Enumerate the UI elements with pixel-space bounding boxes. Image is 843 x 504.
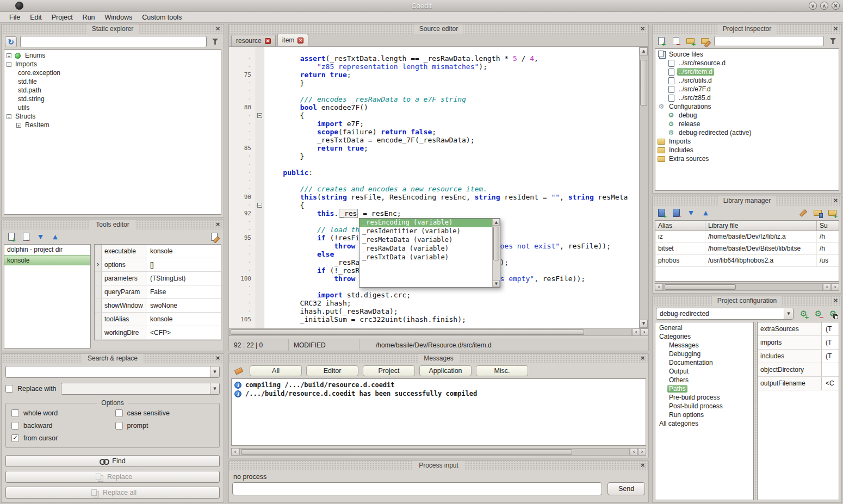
close-button[interactable] xyxy=(832,2,840,10)
lib-folder-add-icon[interactable] xyxy=(827,208,838,218)
tree-item[interactable]: release xyxy=(655,120,839,128)
tree-item[interactable]: General xyxy=(655,323,753,332)
tree-item[interactable]: debug-redirected (active) xyxy=(655,128,839,137)
panel-header[interactable]: Library manager xyxy=(653,196,841,206)
message-row[interactable]: compiling /.../build/resource.d.coedit xyxy=(234,381,643,389)
tree-item[interactable]: utils xyxy=(4,103,221,112)
move-up-icon[interactable] xyxy=(50,232,60,242)
property-row[interactable]: executablekonsole xyxy=(95,245,221,258)
option-from-cursor[interactable]: from cursor xyxy=(11,434,115,442)
chevron-down-icon[interactable] xyxy=(210,383,219,394)
library-horizontal-scrollbar[interactable] xyxy=(655,283,839,291)
tree-item[interactable]: All categories xyxy=(655,419,753,428)
symbol-search-input[interactable] xyxy=(20,36,207,47)
scrollbar-thumb[interactable] xyxy=(493,227,499,260)
property-row[interactable]: toolAliaskonsole xyxy=(95,313,221,326)
checkbox[interactable] xyxy=(11,409,19,417)
tree-item[interactable]: Pre-build process xyxy=(655,393,753,402)
property-row[interactable]: extraSources(T xyxy=(758,322,839,336)
maximize-button[interactable] xyxy=(820,2,828,10)
panel-header[interactable]: Process input xyxy=(229,461,648,470)
tree-item[interactable]: core.exception xyxy=(4,69,221,77)
property-value[interactable]: konsole xyxy=(146,245,221,258)
property-row[interactable]: workingDire<CFP> xyxy=(95,326,221,340)
message-row[interactable]: /.../build/resource.d.coedit has been su… xyxy=(234,389,643,398)
popup-scrollbar[interactable] xyxy=(492,219,500,287)
tree-item[interactable]: Paths xyxy=(655,384,753,393)
minimize-button[interactable] xyxy=(809,2,817,10)
table-row[interactable]: phobos/usr/lib64/libphobos2.a/us xyxy=(655,255,839,267)
tree-item[interactable]: Enums xyxy=(4,51,221,60)
scrollbar-thumb[interactable] xyxy=(665,284,736,290)
replace-with-combo[interactable] xyxy=(61,383,220,395)
scroll-left-icon[interactable] xyxy=(632,328,640,336)
folder-edit-icon[interactable] xyxy=(700,36,710,46)
doc-edit-icon[interactable] xyxy=(209,232,219,242)
replace-button[interactable]: Replace xyxy=(5,471,220,483)
expand-icon[interactable] xyxy=(16,123,21,128)
scroll-up-icon[interactable] xyxy=(493,219,500,226)
panel-close-icon[interactable] xyxy=(639,462,646,469)
completion-item[interactable]: _resRawData (variable) xyxy=(359,245,492,253)
panel-header[interactable]: Project configuration xyxy=(653,296,841,306)
tree-item[interactable]: ../src/z85.d xyxy=(655,94,839,102)
scroll-down-icon[interactable] xyxy=(493,280,500,287)
chevron-down-icon[interactable] xyxy=(784,308,793,319)
property-value[interactable]: (T xyxy=(822,350,839,363)
tree-item[interactable]: Imports xyxy=(655,137,839,146)
find-button[interactable]: Find xyxy=(5,455,220,467)
property-value[interactable]: (T xyxy=(822,336,839,349)
doc-remove-icon[interactable] xyxy=(671,36,681,46)
collapse-icon[interactable] xyxy=(7,114,11,119)
clear-icon[interactable] xyxy=(233,366,244,376)
property-row[interactable]: objectDirectory xyxy=(758,363,839,377)
search-term-combo[interactable] xyxy=(5,366,220,378)
scroll-up-icon[interactable] xyxy=(640,47,648,55)
tree-item[interactable]: std.string xyxy=(4,95,221,103)
tab-close-icon[interactable] xyxy=(297,38,303,43)
property-value[interactable]: swoNone xyxy=(146,299,221,312)
collapse-icon[interactable] xyxy=(7,62,11,67)
move-down-icon[interactable] xyxy=(686,208,696,218)
tree-item[interactable]: Source files xyxy=(655,50,839,59)
panel-close-icon[interactable] xyxy=(832,197,839,204)
tab-resource[interactable]: resource xyxy=(231,35,276,46)
scroll-right-icon[interactable] xyxy=(638,448,646,456)
tree-item[interactable]: Output xyxy=(655,367,753,376)
menu-run[interactable]: Run xyxy=(78,14,100,21)
tree-item[interactable]: Others xyxy=(655,376,753,384)
editor-vertical-scrollbar[interactable] xyxy=(639,47,648,328)
panel-header[interactable]: Messages xyxy=(229,354,648,363)
scroll-left-icon[interactable] xyxy=(630,448,638,456)
tab-close-icon[interactable] xyxy=(265,38,271,44)
panel-close-icon[interactable] xyxy=(639,355,646,362)
menu-custom-tools[interactable]: Custom tools xyxy=(137,14,187,21)
refresh-icon[interactable] xyxy=(5,36,17,47)
tree-item[interactable]: Run options xyxy=(655,410,753,419)
lib-add-icon[interactable] xyxy=(656,208,667,218)
filter-project-button[interactable]: Project xyxy=(363,365,415,376)
tree-item[interactable]: Post-build process xyxy=(655,402,753,410)
pencil-icon[interactable] xyxy=(798,208,808,218)
tree-item[interactable]: ResItem xyxy=(4,121,221,129)
panel-header[interactable]: Search & replace xyxy=(2,354,224,363)
scrollbar-track[interactable] xyxy=(493,226,500,280)
scroll-down-icon[interactable] xyxy=(640,320,648,328)
tree-item[interactable]: Structs xyxy=(4,112,221,121)
scroll-left-icon[interactable] xyxy=(231,448,239,456)
tree-item[interactable]: ../src/e7F.d xyxy=(655,85,839,94)
panel-close-icon[interactable] xyxy=(214,26,221,33)
doc-add-icon[interactable] xyxy=(6,232,16,242)
fold-marker-icon[interactable] xyxy=(257,113,262,118)
editor-area[interactable]: ··75···80····85·····90·92··95····100····… xyxy=(229,47,648,328)
scrollbar-thumb[interactable] xyxy=(231,329,584,335)
gear-remove-icon[interactable] xyxy=(813,309,823,319)
panel-header[interactable]: Source editor xyxy=(229,24,648,34)
property-value[interactable]: (TStringList) xyxy=(146,272,221,285)
list-item[interactable]: dolphin - project dir xyxy=(4,245,90,255)
menu-project[interactable]: Project xyxy=(47,14,78,21)
fold-marker-icon[interactable] xyxy=(257,203,262,208)
scroll-left-icon[interactable] xyxy=(655,283,663,291)
tree-item[interactable]: Messages xyxy=(655,341,753,350)
tab-item[interactable]: item xyxy=(277,34,309,46)
